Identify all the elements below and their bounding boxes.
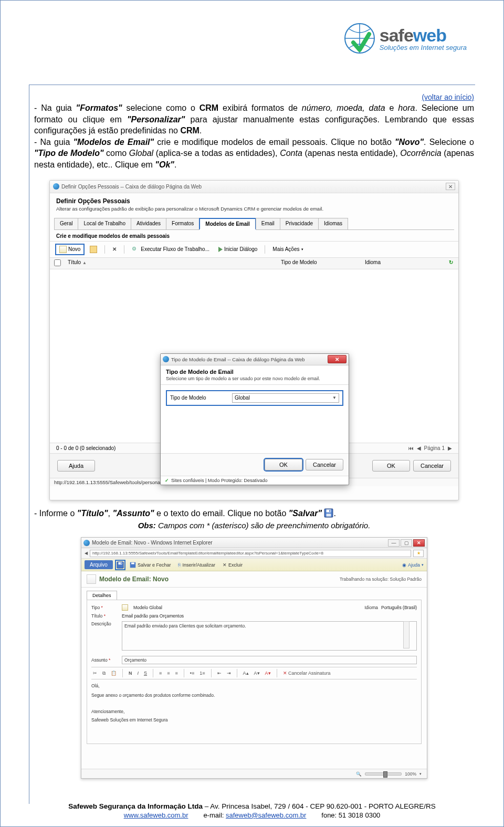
align-left-icon[interactable]: ≡ <box>158 671 163 676</box>
outdent-icon[interactable]: ⇤ <box>216 671 223 676</box>
align-right-icon[interactable]: ≡ <box>174 671 180 676</box>
instruction-paragraph-2: - Informe o "Título", "Assunto" e o text… <box>34 508 474 519</box>
modal-subtext: Selecione um tipo de modelo a ser usado … <box>166 376 343 381</box>
font-size-down-icon[interactable]: A▾ <box>253 671 261 676</box>
indent-icon[interactable]: ⇥ <box>225 671 233 676</box>
logo-tagline: Soluções em Internet segura <box>380 44 467 51</box>
page-first-icon[interactable]: ⏮ <box>408 445 414 451</box>
col-idioma[interactable]: Idioma <box>365 259 444 267</box>
cut-icon[interactable]: ✂ <box>91 671 99 676</box>
assunto-input[interactable]: Orçamento <box>122 656 417 664</box>
close-icon[interactable]: ✕ <box>413 539 425 547</box>
tab-local[interactable]: Local de Trabalho <box>78 218 131 229</box>
copy-icon[interactable]: ⧉ <box>101 671 107 676</box>
font-size-up-icon[interactable]: A▴ <box>242 671 250 676</box>
dialog-subtext: Alterar as configurações padrão de exibi… <box>56 206 452 212</box>
x-icon: ✕ <box>112 246 117 252</box>
cancel-signature-button[interactable]: ✕ Cancelar Assinatura <box>281 671 332 676</box>
font-color-icon[interactable]: A▾ <box>264 671 272 676</box>
file-menu[interactable]: Arquivo <box>85 560 113 569</box>
page-nav: ⏮ ◀ Página 1 ▶ <box>408 445 452 451</box>
col-tipo[interactable]: Tipo de Modelo <box>281 259 365 267</box>
save-close-button[interactable]: Salvar e Fechar <box>128 561 173 569</box>
list-toolbar: Novo ✕ ⚙Executar Fluxo de Trabalho... In… <box>50 242 458 258</box>
save-icon <box>117 561 124 569</box>
svg-rect-9 <box>131 562 134 564</box>
tab-detalhes[interactable]: Detalhes <box>87 591 117 600</box>
check-icon: ✓ <box>165 478 169 483</box>
nav-back-icon[interactable]: ◀ <box>85 551 88 556</box>
italic-button[interactable]: I <box>136 671 141 676</box>
zoom-out-icon[interactable]: 🔍 <box>356 771 362 777</box>
tab-formatos[interactable]: Formatos <box>166 218 200 229</box>
novo-button[interactable]: Novo <box>55 244 85 255</box>
dialog-button[interactable]: Iniciar Diálogo <box>215 245 261 254</box>
scrollbar[interactable] <box>403 621 410 648</box>
select-all-checkbox[interactable] <box>54 259 61 266</box>
help-button[interactable]: Ajuda <box>57 460 95 472</box>
page-next-icon[interactable]: ▶ <box>448 445 452 451</box>
save-icon <box>130 562 136 568</box>
cancel-button[interactable]: Cancelar <box>413 460 451 472</box>
help-icon: ◉ <box>402 562 406 568</box>
zoom-slider[interactable] <box>365 772 402 776</box>
safeweb-globe-icon <box>343 22 376 55</box>
ie-icon <box>83 540 90 546</box>
form-body: Tipo * Modelo Global Idioma Português (B… <box>87 600 422 744</box>
list-bullets-icon[interactable]: •≡ <box>188 671 196 676</box>
align-center-icon[interactable]: ≡ <box>165 671 171 676</box>
solution-label: Trabalhando na solução: Solução Padrão <box>340 577 422 582</box>
window-title: Modelo de Email: Novo - Windows Internet… <box>92 540 213 546</box>
help-link[interactable]: ◉Ajuda ▾ <box>402 562 424 568</box>
favorites-icon[interactable]: ★ <box>413 550 424 557</box>
maximize-icon[interactable]: ▢ <box>401 539 412 547</box>
workflow-button[interactable]: ⚙Executar Fluxo de Trabalho... <box>128 244 213 255</box>
tab-idiomas[interactable]: Idiomas <box>318 218 348 229</box>
page-prev-icon[interactable]: ◀ <box>417 445 421 451</box>
underline-button[interactable]: S <box>142 671 149 676</box>
editor-title: Modelo de Email: Novo <box>99 575 169 583</box>
ie-icon <box>163 356 169 362</box>
tab-privacidade[interactable]: Privacidade <box>280 218 319 229</box>
close-icon[interactable]: ✕ <box>446 183 455 190</box>
site-link[interactable]: www.safeweb.com.br <box>124 811 188 819</box>
tab-modelos-email[interactable]: Modelos de Email <box>199 218 256 230</box>
list-numbers-icon[interactable]: 1≡ <box>198 671 206 676</box>
modal-status-text: Sites confiáveis | Modo Protegido: Desat… <box>171 478 267 483</box>
titulo-input[interactable]: Email padrão para Orçamentos <box>122 613 184 619</box>
bold-button[interactable]: N <box>127 671 134 676</box>
insert-update-button[interactable]: ⎘ Inserir/Atualizar <box>176 561 217 569</box>
tab-atividades[interactable]: Atividades <box>131 218 166 229</box>
modal-heading: Tipo de Modelo de Email <box>166 369 343 375</box>
horizontal-rule <box>29 85 475 85</box>
delete-button[interactable]: ✕ <box>109 245 120 254</box>
window-title: Definir Opções Pessoais -- Caixa de diál… <box>61 184 202 190</box>
cancel-button[interactable]: Cancelar <box>306 459 343 470</box>
document-page: safeweb Soluções em Internet segura (vol… <box>0 0 504 827</box>
address-bar[interactable]: http://192.168.1.13:5555/Safeweb/Tools/E… <box>90 550 411 557</box>
col-titulo[interactable]: Título▲ <box>65 259 281 267</box>
paste-icon[interactable]: 📋 <box>109 671 118 676</box>
page-footer: Safeweb Segurança da Informação Ltda – A… <box>1 802 503 819</box>
tipo-modelo-select[interactable]: Global▼ <box>232 393 339 403</box>
tab-geral[interactable]: Geral <box>54 218 78 229</box>
minimize-icon[interactable]: — <box>388 539 400 547</box>
new-icon <box>59 246 67 253</box>
window-titlebar: Definir Opções Pessoais -- Caixa de diál… <box>50 181 458 193</box>
list-body: Tipo de Modelo de Email -- Caixa de diál… <box>50 269 458 443</box>
x-icon: ✕ <box>223 562 227 568</box>
email-body-editor[interactable]: Olá, Segue anexo o orçamento dos produto… <box>91 682 417 739</box>
ok-button[interactable]: OK <box>265 459 302 470</box>
save-button[interactable] <box>116 561 124 569</box>
email-link[interactable]: safeweb@safeweb.com.br <box>226 811 306 819</box>
delete-button[interactable]: ✕ Excluir <box>220 561 245 569</box>
descricao-textarea[interactable]: Email padrão enviado para Clientes que s… <box>122 621 417 651</box>
more-actions[interactable]: Mais Ações ▾ <box>269 245 307 254</box>
tab-email[interactable]: Email <box>256 218 280 229</box>
back-to-top-link[interactable]: (voltar ao início) <box>34 93 474 101</box>
svg-rect-3 <box>327 514 331 517</box>
refresh-icon[interactable]: ↻ <box>444 259 458 267</box>
ok-button[interactable]: OK <box>372 460 410 472</box>
close-icon[interactable]: ✕ <box>328 355 346 363</box>
folder-button[interactable] <box>86 244 101 255</box>
